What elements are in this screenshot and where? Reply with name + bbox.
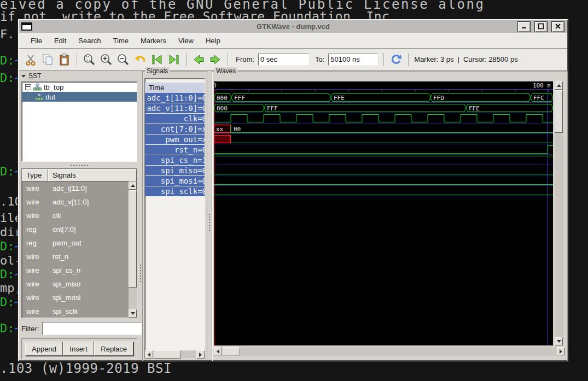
cut-icon[interactable] (24, 53, 37, 66)
shift-right-icon[interactable] (209, 53, 222, 66)
waves-canvas-svg[interactable]: 0100 n000FFFFFEFFDFFC000FFFFFExx00 (214, 81, 553, 345)
shift-left-icon[interactable] (192, 53, 205, 66)
tree-item-tb_top[interactable]: tb_top (22, 82, 137, 92)
signal-row-label: clk=0 (184, 114, 205, 123)
maximize-icon (538, 22, 544, 32)
signal-row[interactable]: spi_mosi=0 (145, 176, 205, 186)
pane-splitter[interactable] (207, 206, 211, 239)
scrollbar-thumb[interactable] (223, 347, 240, 355)
to-label: To: (315, 55, 324, 63)
scrollbar-thumb[interactable] (154, 350, 181, 359)
table-row[interactable]: wireadc_i[11:0] (22, 181, 129, 195)
signal-row[interactable]: spi_sclk=0 (145, 186, 205, 196)
signals-hscrollbar[interactable] (145, 350, 205, 359)
close-button[interactable] (551, 21, 564, 32)
table-row[interactable]: wireclk (22, 209, 129, 222)
cursor-readout: Cursor: 28500 ps (463, 55, 518, 63)
signal-row[interactable]: spi_cs_n=1 (145, 155, 205, 165)
table-row[interactable]: wirerst_n (22, 250, 129, 263)
signal-type: wire (22, 307, 53, 315)
signal-name: pwm_out (53, 239, 81, 247)
table-row[interactable]: wirespi_miso (22, 277, 129, 291)
signal-name: spi_cs_n (53, 266, 80, 274)
menu-help[interactable]: Help (200, 33, 226, 48)
signal-row[interactable]: cnt[7:0]=x (145, 124, 205, 134)
waves-hscrollbar[interactable] (214, 347, 565, 356)
menu-time[interactable]: Time (107, 33, 135, 48)
pane-splitter[interactable] (138, 257, 142, 290)
zoom-undo-icon[interactable] (133, 53, 147, 66)
copy-icon[interactable] (41, 53, 54, 66)
signal-row[interactable]: spi_miso=0 (145, 166, 205, 175)
scroll-left-button[interactable] (214, 347, 222, 355)
menu-file[interactable]: File (25, 33, 48, 48)
signal-row-label: pwm_out=x (165, 135, 205, 144)
scroll-right-button[interactable] (557, 347, 565, 355)
table-row[interactable]: wirespi_sclk (22, 304, 129, 318)
table-row[interactable]: wireadc_v[11:0] (22, 195, 129, 209)
svg-text:100 n: 100 n (533, 82, 551, 89)
tree-elbow-line (27, 91, 33, 99)
tree-expander-icon[interactable] (25, 84, 31, 90)
scroll-down-button[interactable] (129, 309, 137, 318)
from-input[interactable] (258, 54, 309, 66)
signal-name: spi_miso (53, 280, 80, 288)
svg-text:0: 0 (214, 82, 217, 89)
scroll-down-button[interactable] (555, 337, 563, 345)
skip-to-start-icon[interactable] (150, 53, 164, 66)
scroll-left-button[interactable] (145, 350, 153, 359)
menu-edit[interactable]: Edit (48, 33, 72, 48)
zoom-out-icon[interactable] (117, 53, 130, 66)
signal-name: clk (53, 212, 61, 220)
scroll-right-button[interactable] (196, 350, 205, 359)
zoom-fit-icon[interactable] (83, 53, 96, 66)
signal-type: reg (22, 239, 53, 247)
skip-to-end-icon[interactable] (167, 53, 181, 66)
signal-row[interactable]: rst_n=0 (145, 145, 205, 155)
filter-input[interactable] (42, 322, 142, 335)
toolbar-separator (408, 53, 409, 66)
toolbar-separator (186, 53, 187, 66)
svg-text:xx: xx (216, 126, 224, 133)
scrollbar-thumb[interactable] (555, 90, 563, 133)
menu-search[interactable]: Search (72, 33, 107, 48)
signal-row[interactable]: adc_i[11:0]=0 (145, 93, 205, 103)
menu-view[interactable]: View (172, 33, 200, 48)
signal-type: wire (22, 280, 53, 288)
scroll-up-button[interactable] (129, 181, 137, 190)
append-button[interactable]: Append (25, 342, 63, 356)
reload-icon[interactable] (389, 53, 403, 66)
to-input[interactable] (328, 54, 378, 66)
tree-item-dut[interactable]: dut (22, 92, 137, 102)
pane-handle[interactable] (21, 163, 137, 167)
filter-label: Filter: (21, 325, 39, 333)
signal-row[interactable]: pwm_out=x (145, 134, 205, 144)
signals-table-scrollbar[interactable] (129, 181, 137, 318)
insert-button[interactable]: Insert (63, 342, 94, 356)
time-header[interactable]: Time (145, 83, 205, 93)
column-header-type[interactable]: Type (22, 169, 48, 181)
minimize-button[interactable] (517, 21, 531, 32)
table-row[interactable]: wirespi_cs_n (22, 263, 129, 277)
maximize-button[interactable] (534, 21, 548, 32)
title-bar[interactable]: GTKWave - dump.vcd (19, 20, 567, 33)
table-row[interactable]: regpwm_out (22, 236, 129, 250)
signal-row-label: rst_n=0 (174, 145, 205, 154)
zoom-in-icon[interactable] (100, 53, 113, 66)
waves-canvas[interactable]: 0100 n000FFFFFEFFDFFC000FFFFFExx00 (214, 81, 553, 345)
scrollbar-thumb[interactable] (129, 190, 137, 288)
tree-item-label: tb_top (44, 83, 63, 91)
scroll-up-button[interactable] (555, 81, 563, 90)
signal-type: wire (22, 266, 53, 274)
waves-vscrollbar[interactable] (555, 81, 563, 345)
table-row[interactable]: regcnt[7:0] (22, 222, 129, 236)
replace-button[interactable]: Replace (94, 342, 133, 356)
signal-row[interactable]: adc_v[11:0]=0 (145, 103, 205, 113)
menu-markers[interactable]: Markers (135, 33, 172, 48)
sst-header[interactable]: SST (21, 71, 139, 81)
signal-row[interactable]: clk=0 (145, 114, 205, 124)
table-row[interactable]: wirespi_mosi (22, 291, 129, 304)
paste-icon[interactable] (58, 53, 71, 66)
signal-row-label: cnt[7:0]=x (161, 125, 205, 133)
column-header-signals[interactable]: Signals (48, 169, 137, 181)
